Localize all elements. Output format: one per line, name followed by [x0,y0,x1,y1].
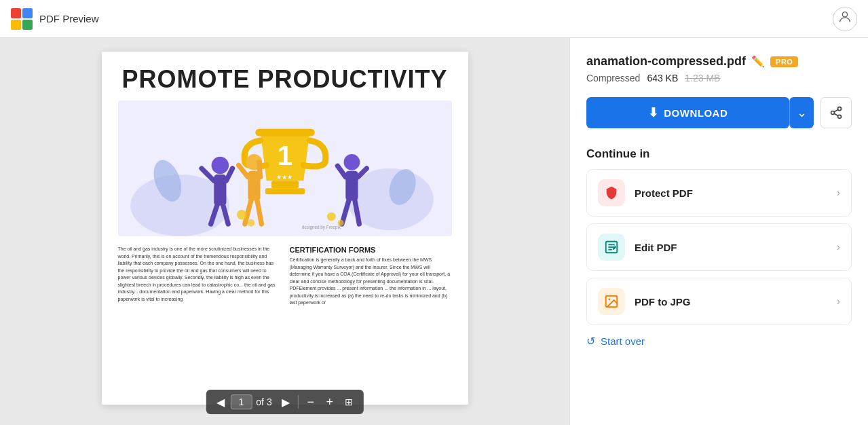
svg-point-0 [842,12,847,17]
svg-point-30 [247,219,254,227]
pro-badge: PRO [770,56,798,67]
svg-line-37 [834,113,838,115]
pdf-content-columns: The oil and gas industry is one of the m… [118,246,452,307]
svg-rect-9 [271,181,298,188]
download-options-button[interactable]: ⌄ [789,97,814,128]
fit-page-button[interactable]: ⊞ [339,392,358,411]
logo-cell-red [11,8,21,18]
svg-point-44 [608,298,610,300]
page-total: of 3 [256,396,271,407]
edit-pdf-chevron: › [837,241,840,253]
file-name: anamation-compressed.pdf [586,54,746,69]
download-label: DOWNLOAD [664,107,728,119]
file-info: anamation-compressed.pdf ✏️ PRO Compress… [586,54,852,84]
protect-pdf-card[interactable]: Protect PDF › [586,169,852,217]
logo-cell-blue [22,8,33,18]
svg-point-34 [838,107,842,111]
download-btn-group: ⬇ DOWNLOAD ⌄ [586,97,814,128]
header: PDF Preview [0,0,868,38]
pdf-body-right: Certification is generally a back and fo… [290,257,452,307]
svg-point-35 [831,111,835,115]
pdf-body-left: The oil and gas industry is one of the m… [118,246,280,303]
controls-separator [298,395,299,409]
svg-point-11 [211,157,229,174]
pdf-to-jpg-left: PDF to JPG [598,288,691,315]
user-icon [837,10,852,28]
download-icon: ⬇ [648,105,659,120]
logo-cell-yellow [11,20,21,30]
download-button[interactable]: ⬇ DOWNLOAD [586,97,789,128]
app-logo [11,8,33,30]
main-layout: PROMOTE PRODUCTIVITY [0,38,868,425]
edit-pdf-label: Edit PDF [635,242,677,253]
protect-pdf-label: Protect PDF [635,187,693,199]
header-left: PDF Preview [11,8,99,30]
edit-pdf-left: Edit PDF [598,234,677,261]
file-name-row: anamation-compressed.pdf ✏️ PRO [586,54,852,69]
download-row: ⬇ DOWNLOAD ⌄ [586,97,852,128]
app-title: PDF Preview [39,13,99,24]
svg-point-23 [343,154,360,170]
share-button[interactable] [820,97,852,128]
pdf-right-column: CERTIFICATION FORMS Certification is gen… [290,246,452,307]
svg-point-36 [838,115,842,118]
file-meta: Compressed 643 KB 1.23 MB [586,73,852,84]
sidebar: anamation-compressed.pdf ✏️ PRO Compress… [569,38,868,425]
pdf-preview-area: PROMOTE PRODUCTIVITY [0,38,569,425]
svg-point-31 [326,212,335,221]
continue-label: Continue in [586,147,852,161]
svg-point-29 [236,210,246,220]
pdf-title: PROMOTE PRODUCTIVITY [118,65,452,94]
protect-pdf-chevron: › [837,187,840,199]
compressed-size: 643 KB [647,73,678,84]
protect-pdf-left: Protect PDF [598,179,693,206]
svg-rect-10 [265,188,304,194]
pdf-left-column: The oil and gas industry is one of the m… [118,246,280,307]
compression-label: Compressed [586,73,640,84]
svg-rect-24 [345,171,358,201]
svg-text:★★★: ★★★ [276,174,293,181]
pdf-page: PROMOTE PRODUCTIVITY [102,52,468,405]
pdf-to-jpg-chevron: › [837,295,840,308]
pdf-to-jpg-card[interactable]: PDF to JPG › [586,278,852,325]
svg-rect-6 [255,129,314,136]
start-over-icon: ↺ [586,335,595,348]
original-size: 1.23 MB [685,73,720,84]
next-page-button[interactable]: ▶ [276,392,295,411]
edit-pdf-card[interactable]: Edit PDF › [586,223,852,271]
svg-text:designed by Freepik: designed by Freepik [301,225,341,230]
start-over-button[interactable]: ↺ Start over [586,335,852,348]
edit-pdf-icon [598,234,625,261]
zoom-out-button[interactable]: − [301,392,320,411]
pdf-to-jpg-label: PDF to JPG [635,296,691,308]
svg-line-20 [259,162,260,177]
pdf-to-jpg-icon [598,288,625,315]
pdf-section-title: CERTIFICATION FORMS [290,246,452,254]
zoom-in-button[interactable]: + [320,392,339,411]
svg-line-38 [834,109,838,111]
pdf-illustration: 1 ★★★ [118,100,452,236]
edit-filename-icon[interactable]: ✏️ [751,55,765,68]
logo-cell-green [22,20,33,30]
user-avatar-button[interactable] [833,7,857,31]
pdf-controls: ◀ of 3 ▶ − + ⊞ [206,390,363,414]
start-over-label: Start over [601,335,645,347]
protect-pdf-icon [598,179,625,206]
page-number-input[interactable] [230,394,252,409]
prev-page-button[interactable]: ◀ [211,392,230,411]
svg-text:1: 1 [277,141,292,170]
